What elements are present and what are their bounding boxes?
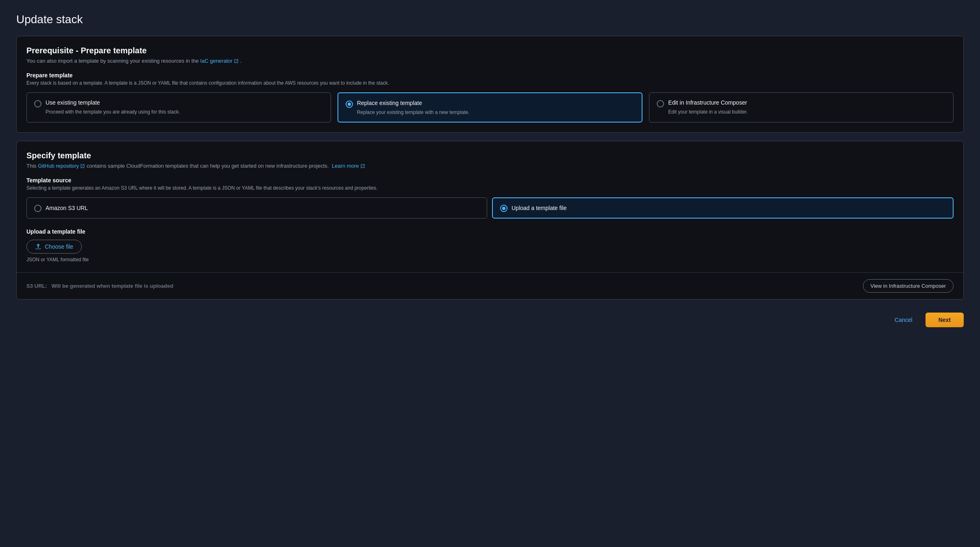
option-use-existing-title: Use existing template bbox=[46, 99, 100, 106]
radio-upload bbox=[500, 205, 507, 212]
github-link[interactable]: GitHub repository bbox=[38, 163, 85, 169]
view-in-infrastructure-composer-button[interactable]: View in Infrastructure Composer bbox=[863, 279, 954, 293]
option-replace-existing-title: Replace existing template bbox=[357, 100, 422, 106]
source-option-upload[interactable]: Upload a template file bbox=[492, 197, 954, 219]
learn-more-external-icon bbox=[360, 164, 365, 168]
source-option-s3-label: Amazon S3 URL bbox=[46, 205, 88, 211]
upload-section: Upload a template file Choose file JSON … bbox=[17, 228, 963, 272]
option-use-existing[interactable]: Use existing template Proceed with the t… bbox=[26, 92, 331, 123]
template-source-label: Template source bbox=[26, 177, 954, 184]
specify-card-title: Specify template bbox=[26, 151, 954, 160]
prepare-template-desc: Every stack is based on a template. A te… bbox=[26, 80, 954, 86]
choose-file-button[interactable]: Choose file bbox=[26, 240, 82, 254]
prerequisite-card-title: Prerequisite - Prepare template bbox=[26, 46, 954, 55]
upload-hint: JSON or YAML formatted file bbox=[26, 257, 954, 263]
template-source-desc: Selecting a template generates an Amazon… bbox=[26, 185, 954, 191]
next-button[interactable]: Next bbox=[926, 313, 964, 327]
page-title: Update stack bbox=[16, 13, 964, 26]
option-replace-existing[interactable]: Replace existing template Replace your e… bbox=[338, 92, 643, 123]
specify-card-header: Specify template This GitHub repository … bbox=[17, 141, 963, 219]
prerequisite-card-subtitle: You can also import a template by scanni… bbox=[26, 58, 954, 64]
upload-label: Upload a template file bbox=[26, 228, 954, 235]
radio-replace-existing bbox=[346, 101, 353, 108]
cancel-button[interactable]: Cancel bbox=[888, 313, 919, 327]
prerequisite-card: Prerequisite - Prepare template You can … bbox=[16, 36, 964, 133]
learn-more-link[interactable]: Learn more bbox=[332, 163, 365, 169]
prepare-template-label: Prepare template bbox=[26, 72, 954, 79]
s3-url-bar: S3 URL: Will be generated when template … bbox=[17, 272, 963, 299]
prepare-template-options: Use existing template Proceed with the t… bbox=[26, 92, 954, 123]
external-link-icon bbox=[234, 59, 239, 63]
source-option-upload-label: Upload a template file bbox=[512, 205, 566, 211]
option-edit-infrastructure-desc: Edit your template in a visual builder. bbox=[657, 109, 946, 115]
radio-edit-infrastructure bbox=[657, 100, 664, 107]
choose-file-label: Choose file bbox=[45, 243, 73, 250]
option-replace-existing-desc: Replace your existing template with a ne… bbox=[346, 109, 635, 115]
option-edit-infrastructure-title: Edit in Infrastructure Composer bbox=[668, 99, 747, 106]
github-external-icon bbox=[80, 164, 85, 168]
upload-icon bbox=[35, 243, 41, 250]
footer-actions: Cancel Next bbox=[16, 313, 964, 327]
option-edit-infrastructure[interactable]: Edit in Infrastructure Composer Edit you… bbox=[649, 92, 954, 123]
specify-template-card: Specify template This GitHub repository … bbox=[16, 141, 964, 300]
source-option-s3[interactable]: Amazon S3 URL bbox=[26, 197, 487, 219]
s3-url-text: S3 URL: Will be generated when template … bbox=[26, 283, 173, 289]
specify-card-subtitle: This GitHub repository contains sample C… bbox=[26, 163, 954, 169]
template-source-options: Amazon S3 URL Upload a template file bbox=[26, 197, 954, 219]
radio-use-existing bbox=[34, 100, 41, 107]
option-use-existing-desc: Proceed with the template you are alread… bbox=[34, 109, 323, 115]
radio-s3-url bbox=[34, 205, 41, 212]
iac-generator-link[interactable]: IaC generator bbox=[200, 58, 239, 64]
